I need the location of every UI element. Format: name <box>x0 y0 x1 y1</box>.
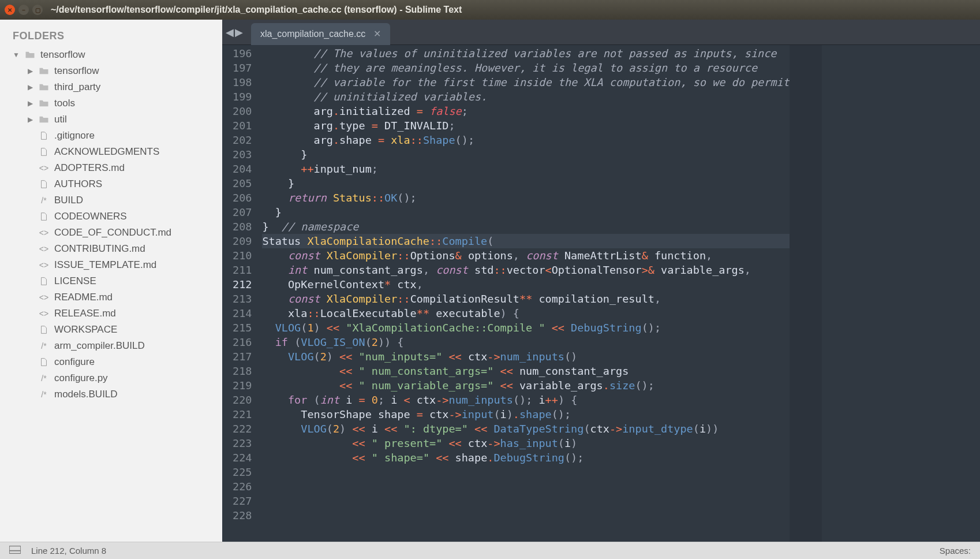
markdown-file-icon: <> <box>38 293 50 302</box>
status-cursor-position: Line 212, Column 8 <box>31 546 106 556</box>
tab-label: xla_compilation_cache.cc <box>260 29 365 39</box>
chevron-right-icon[interactable]: ▶ <box>27 83 33 91</box>
file-label: README.md <box>54 292 216 303</box>
markdown-file-icon: <> <box>38 260 50 270</box>
file-item[interactable]: /*models.BUILD <box>0 386 222 403</box>
folder-label: tensorflow <box>40 49 216 61</box>
folder-icon <box>38 83 50 91</box>
file-label: BUILD <box>54 195 216 206</box>
markdown-file-icon: <> <box>38 228 50 237</box>
build-file-icon: /* <box>38 341 50 351</box>
folder-label: tensorflow <box>54 65 216 77</box>
file-icon <box>38 277 50 285</box>
file-item[interactable]: WORKSPACE <box>0 322 222 338</box>
file-item[interactable]: <>RELEASE.md <box>0 305 222 322</box>
folder-icon <box>38 115 50 124</box>
tab-nav-arrows: ◀ ▶ <box>226 26 243 39</box>
folder-label: tools <box>54 98 216 109</box>
file-label: models.BUILD <box>54 389 216 400</box>
file-label: configure <box>54 356 216 368</box>
file-icon <box>38 148 50 156</box>
file-icon <box>38 358 50 366</box>
folder-tree: ▼tensorflow▶tensorflow▶third_party▶tools… <box>0 47 222 403</box>
editor-area: ◀ ▶ xla_compilation_cache.cc ✕ 196197198… <box>222 20 980 542</box>
file-icon <box>38 213 50 221</box>
file-label: LICENSE <box>54 275 216 287</box>
file-label: RELEASE.md <box>54 308 216 319</box>
file-item[interactable]: <>README.md <box>0 289 222 305</box>
file-item[interactable]: LICENSE <box>0 273 222 289</box>
file-label: ADOPTERS.md <box>54 162 216 174</box>
markdown-file-icon: <> <box>38 309 50 318</box>
file-icon <box>38 180 50 188</box>
folder-icon <box>38 99 50 107</box>
file-item[interactable]: /*configure.py <box>0 370 222 386</box>
folder-label: util <box>54 114 216 125</box>
file-item[interactable]: <>CONTRIBUTING.md <box>0 241 222 257</box>
code-editor[interactable]: 1961971981992002012022032042052062072082… <box>222 45 980 542</box>
file-item[interactable]: <>ISSUE_TEMPLATE.md <box>0 257 222 273</box>
sidebar-folders-header: FOLDERS <box>0 25 222 47</box>
sidebar: FOLDERS ▼tensorflow▶tensorflow▶third_par… <box>0 20 222 542</box>
file-icon <box>38 132 50 140</box>
file-item[interactable]: .gitignore <box>0 128 222 144</box>
file-label: configure.py <box>54 372 216 384</box>
file-item[interactable]: configure <box>0 354 222 370</box>
folder-label: third_party <box>54 81 216 93</box>
window-titlebar: ✕ – ▢ ~/dev/tensorflow/tensorflow/compil… <box>0 0 980 20</box>
file-label: ISSUE_TEMPLATE.md <box>54 259 216 271</box>
folder-item[interactable]: ▶tensorflow <box>0 63 222 79</box>
folder-item[interactable]: ▶util <box>0 111 222 128</box>
status-indent[interactable]: Spaces: <box>940 546 971 556</box>
window-controls: ✕ – ▢ <box>5 5 43 15</box>
tab-prev-icon[interactable]: ◀ <box>226 26 234 39</box>
svg-rect-0 <box>9 546 21 553</box>
file-label: arm_compiler.BUILD <box>54 340 216 352</box>
tab-bar: ◀ ▶ xla_compilation_cache.cc ✕ <box>222 20 980 45</box>
build-file-icon: /* <box>38 374 50 383</box>
tab-close-icon[interactable]: ✕ <box>373 28 381 39</box>
window-title: ~/dev/tensorflow/tensorflow/compiler/jit… <box>51 5 462 15</box>
chevron-down-icon[interactable]: ▼ <box>13 51 20 59</box>
file-label: CODEOWNERS <box>54 211 216 222</box>
file-item[interactable]: CODEOWNERS <box>0 208 222 225</box>
file-item[interactable]: /*arm_compiler.BUILD <box>0 338 222 354</box>
file-item[interactable]: <>CODE_OF_CONDUCT.md <box>0 225 222 241</box>
folder-icon <box>38 67 50 75</box>
markdown-file-icon: <> <box>38 244 50 254</box>
maximize-icon[interactable]: ▢ <box>32 5 43 15</box>
file-label: WORKSPACE <box>54 324 216 336</box>
tab-xla-compilation-cache[interactable]: xla_compilation_cache.cc ✕ <box>251 23 390 45</box>
close-icon[interactable]: ✕ <box>5 5 15 15</box>
minimap[interactable] <box>790 45 822 542</box>
file-item[interactable]: <>ADOPTERS.md <box>0 160 222 176</box>
tab-next-icon[interactable]: ▶ <box>235 26 243 39</box>
build-file-icon: /* <box>38 390 50 399</box>
line-number-gutter: 1961971981992002012022032042052062072082… <box>222 45 260 542</box>
chevron-right-icon[interactable]: ▶ <box>27 67 33 75</box>
chevron-right-icon[interactable]: ▶ <box>27 115 33 124</box>
status-bar: Line 212, Column 8 Spaces: <box>0 542 980 559</box>
file-label: CONTRIBUTING.md <box>54 243 216 255</box>
code-content[interactable]: // The values of uninitialized variables… <box>260 45 789 542</box>
folder-root[interactable]: ▼tensorflow <box>0 47 222 63</box>
minimize-icon[interactable]: – <box>18 5 29 15</box>
build-file-icon: /* <box>38 196 50 205</box>
file-icon <box>38 326 50 334</box>
file-item[interactable]: /*BUILD <box>0 192 222 208</box>
panel-toggle-icon[interactable] <box>9 546 21 556</box>
folder-item[interactable]: ▶tools <box>0 95 222 111</box>
file-item[interactable]: AUTHORS <box>0 176 222 192</box>
file-label: AUTHORS <box>54 178 216 190</box>
folder-icon <box>24 51 36 59</box>
file-item[interactable]: ACKNOWLEDGMENTS <box>0 144 222 160</box>
chevron-right-icon[interactable]: ▶ <box>27 99 33 107</box>
folder-item[interactable]: ▶third_party <box>0 79 222 95</box>
file-label: .gitignore <box>54 130 216 141</box>
markdown-file-icon: <> <box>38 163 50 173</box>
file-label: ACKNOWLEDGMENTS <box>54 146 216 158</box>
file-label: CODE_OF_CONDUCT.md <box>54 227 216 238</box>
